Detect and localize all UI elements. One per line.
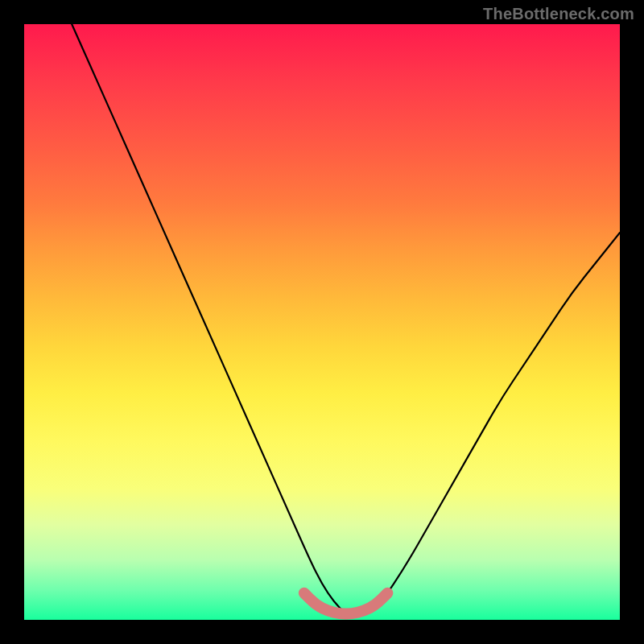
chart-frame: TheBottleneck.com (0, 0, 644, 644)
chart-svg (24, 24, 620, 620)
watermark-text: TheBottleneck.com (483, 5, 634, 23)
plot-area (24, 24, 620, 620)
optimal-zone-marker (304, 593, 388, 614)
bottleneck-curve (72, 24, 620, 614)
